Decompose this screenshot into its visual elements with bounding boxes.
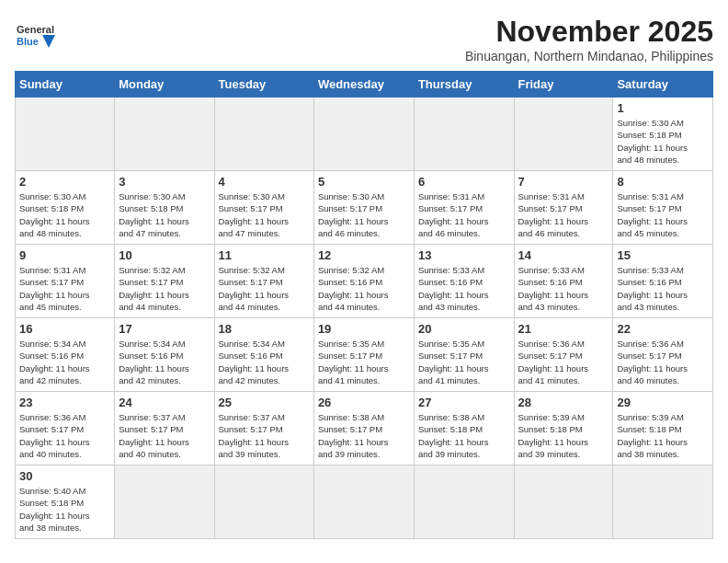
- calendar-cell: 28Sunrise: 5:39 AM Sunset: 5:18 PM Dayli…: [514, 392, 613, 465]
- day-info: Sunrise: 5:38 AM Sunset: 5:17 PM Dayligh…: [318, 411, 410, 460]
- day-number: 13: [418, 248, 510, 262]
- calendar-cell: 15Sunrise: 5:33 AM Sunset: 5:16 PM Dayli…: [613, 245, 713, 318]
- day-info: Sunrise: 5:31 AM Sunset: 5:17 PM Dayligh…: [418, 190, 510, 239]
- month-year-title: November 2025: [465, 15, 713, 49]
- day-info: Sunrise: 5:33 AM Sunset: 5:16 PM Dayligh…: [418, 264, 510, 313]
- day-info: Sunrise: 5:40 AM Sunset: 5:18 PM Dayligh…: [19, 485, 110, 534]
- day-info: Sunrise: 5:30 AM Sunset: 5:17 PM Dayligh…: [219, 190, 310, 239]
- calendar-cell: 16Sunrise: 5:34 AM Sunset: 5:16 PM Dayli…: [16, 318, 115, 392]
- calendar-cell: 26Sunrise: 5:38 AM Sunset: 5:17 PM Dayli…: [313, 392, 414, 465]
- day-info: Sunrise: 5:38 AM Sunset: 5:18 PM Dayligh…: [418, 411, 510, 460]
- col-sunday: Sunday: [16, 72, 115, 98]
- calendar-cell: 14Sunrise: 5:33 AM Sunset: 5:16 PM Dayli…: [514, 245, 613, 318]
- day-number: 27: [418, 396, 510, 409]
- day-number: 8: [617, 175, 709, 189]
- day-info: Sunrise: 5:37 AM Sunset: 5:17 PM Dayligh…: [219, 411, 310, 460]
- day-number: 28: [518, 396, 609, 409]
- calendar-cell: 17Sunrise: 5:34 AM Sunset: 5:16 PM Dayli…: [115, 318, 214, 392]
- day-number: 29: [617, 396, 709, 409]
- day-number: 18: [219, 322, 310, 336]
- calendar-week-row: 16Sunrise: 5:34 AM Sunset: 5:16 PM Dayli…: [16, 318, 713, 392]
- day-info: Sunrise: 5:32 AM Sunset: 5:17 PM Dayligh…: [119, 264, 210, 313]
- calendar-cell: 1Sunrise: 5:30 AM Sunset: 5:18 PM Daylig…: [613, 98, 713, 171]
- calendar-cell: 11Sunrise: 5:32 AM Sunset: 5:17 PM Dayli…: [214, 245, 313, 318]
- day-info: Sunrise: 5:31 AM Sunset: 5:17 PM Dayligh…: [19, 264, 110, 313]
- day-number: 7: [518, 175, 609, 189]
- calendar-cell: 30Sunrise: 5:40 AM Sunset: 5:18 PM Dayli…: [16, 465, 115, 539]
- calendar-cell: [313, 98, 414, 171]
- calendar-cell: [514, 465, 613, 539]
- title-block: November 2025 Binuangan, Northern Mindan…: [465, 15, 713, 63]
- day-number: 21: [518, 322, 609, 336]
- day-number: 3: [119, 175, 210, 189]
- day-number: 9: [19, 248, 110, 262]
- col-tuesday: Tuesday: [214, 72, 313, 98]
- day-info: Sunrise: 5:34 AM Sunset: 5:16 PM Dayligh…: [219, 338, 310, 386]
- calendar-cell: [514, 98, 613, 171]
- day-info: Sunrise: 5:30 AM Sunset: 5:18 PM Dayligh…: [19, 190, 110, 239]
- day-number: 25: [219, 396, 310, 409]
- calendar-cell: [313, 465, 414, 539]
- calendar-cell: [115, 465, 214, 539]
- day-info: Sunrise: 5:31 AM Sunset: 5:17 PM Dayligh…: [518, 190, 609, 239]
- svg-text:General: General: [17, 24, 54, 35]
- day-info: Sunrise: 5:30 AM Sunset: 5:17 PM Dayligh…: [318, 190, 410, 239]
- calendar-cell: 21Sunrise: 5:36 AM Sunset: 5:17 PM Dayli…: [514, 318, 613, 392]
- day-info: Sunrise: 5:35 AM Sunset: 5:17 PM Dayligh…: [318, 338, 410, 386]
- day-number: 2: [19, 175, 110, 189]
- logo: General Blue: [15, 15, 59, 59]
- calendar-cell: [16, 98, 115, 171]
- col-wednesday: Wednesday: [313, 72, 414, 98]
- location-subtitle: Binuangan, Northern Mindanao, Philippine…: [465, 49, 713, 63]
- calendar-cell: 7Sunrise: 5:31 AM Sunset: 5:17 PM Daylig…: [514, 171, 613, 245]
- svg-text:Blue: Blue: [17, 36, 39, 47]
- day-number: 16: [19, 322, 110, 336]
- calendar-cell: [214, 98, 313, 171]
- day-number: 6: [418, 175, 510, 189]
- col-thursday: Thursday: [414, 72, 514, 98]
- calendar-cell: 20Sunrise: 5:35 AM Sunset: 5:17 PM Dayli…: [414, 318, 514, 392]
- day-number: 24: [119, 396, 210, 409]
- col-friday: Friday: [514, 72, 613, 98]
- day-number: 1: [617, 101, 709, 115]
- calendar-week-row: 2Sunrise: 5:30 AM Sunset: 5:18 PM Daylig…: [16, 171, 713, 245]
- day-info: Sunrise: 5:36 AM Sunset: 5:17 PM Dayligh…: [518, 338, 609, 386]
- calendar-week-row: 9Sunrise: 5:31 AM Sunset: 5:17 PM Daylig…: [16, 245, 713, 318]
- calendar-cell: 22Sunrise: 5:36 AM Sunset: 5:17 PM Dayli…: [613, 318, 713, 392]
- calendar-cell: 27Sunrise: 5:38 AM Sunset: 5:18 PM Dayli…: [414, 392, 514, 465]
- page-header: General Blue November 2025 Binuangan, No…: [15, 15, 713, 63]
- day-number: 11: [219, 248, 310, 262]
- calendar-cell: 13Sunrise: 5:33 AM Sunset: 5:16 PM Dayli…: [414, 245, 514, 318]
- day-info: Sunrise: 5:36 AM Sunset: 5:17 PM Dayligh…: [617, 338, 709, 386]
- calendar-week-row: 1Sunrise: 5:30 AM Sunset: 5:18 PM Daylig…: [16, 98, 713, 171]
- day-number: 22: [617, 322, 709, 336]
- day-info: Sunrise: 5:30 AM Sunset: 5:18 PM Dayligh…: [617, 117, 709, 166]
- calendar-cell: 2Sunrise: 5:30 AM Sunset: 5:18 PM Daylig…: [16, 171, 115, 245]
- day-info: Sunrise: 5:34 AM Sunset: 5:16 PM Dayligh…: [19, 338, 110, 386]
- calendar-cell: [414, 465, 514, 539]
- day-number: 14: [518, 248, 609, 262]
- day-info: Sunrise: 5:36 AM Sunset: 5:17 PM Dayligh…: [19, 411, 110, 460]
- day-number: 4: [219, 175, 310, 189]
- generalblue-logo-icon: General Blue: [15, 15, 59, 59]
- calendar-cell: 24Sunrise: 5:37 AM Sunset: 5:17 PM Dayli…: [115, 392, 214, 465]
- day-number: 19: [318, 322, 410, 336]
- day-info: Sunrise: 5:32 AM Sunset: 5:16 PM Dayligh…: [318, 264, 410, 313]
- day-info: Sunrise: 5:39 AM Sunset: 5:18 PM Dayligh…: [518, 411, 609, 460]
- calendar-cell: 10Sunrise: 5:32 AM Sunset: 5:17 PM Dayli…: [115, 245, 214, 318]
- calendar-cell: [613, 465, 713, 539]
- day-number: 12: [318, 248, 410, 262]
- day-number: 26: [318, 396, 410, 409]
- day-number: 10: [119, 248, 210, 262]
- calendar-cell: 3Sunrise: 5:30 AM Sunset: 5:18 PM Daylig…: [115, 171, 214, 245]
- svg-marker-2: [42, 35, 55, 48]
- day-number: 15: [617, 248, 709, 262]
- calendar-week-row: 23Sunrise: 5:36 AM Sunset: 5:17 PM Dayli…: [16, 392, 713, 465]
- calendar-cell: 5Sunrise: 5:30 AM Sunset: 5:17 PM Daylig…: [313, 171, 414, 245]
- day-info: Sunrise: 5:35 AM Sunset: 5:17 PM Dayligh…: [418, 338, 510, 386]
- calendar-cell: 18Sunrise: 5:34 AM Sunset: 5:16 PM Dayli…: [214, 318, 313, 392]
- calendar-table: Sunday Monday Tuesday Wednesday Thursday…: [15, 71, 713, 539]
- day-number: 5: [318, 175, 410, 189]
- calendar-cell: [115, 98, 214, 171]
- calendar-cell: 6Sunrise: 5:31 AM Sunset: 5:17 PM Daylig…: [414, 171, 514, 245]
